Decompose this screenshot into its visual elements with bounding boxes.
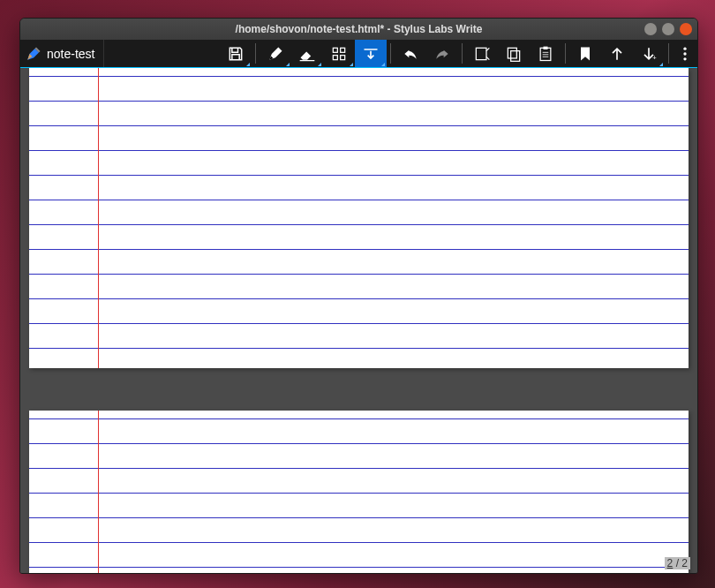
menu-icon <box>676 45 694 63</box>
toolbar: note-test <box>20 40 697 68</box>
eraser-icon <box>298 45 316 63</box>
insert-space-tool-button[interactable] <box>355 40 387 67</box>
prev-page-button[interactable] <box>601 40 633 67</box>
svg-point-14 <box>683 47 686 49</box>
svg-rect-0 <box>333 48 337 52</box>
ruled-lines <box>29 411 689 573</box>
select-icon <box>330 45 348 63</box>
bookmark-button[interactable] <box>569 40 601 67</box>
window-controls <box>644 23 692 35</box>
next-page-button[interactable]: + <box>633 40 665 67</box>
titlebar[interactable]: /home/shovon/note-test.html* - Stylus La… <box>20 19 697 40</box>
arrow-down-icon: + <box>640 45 658 63</box>
tab-label: note-test <box>47 47 94 61</box>
svg-point-16 <box>683 57 686 60</box>
svg-rect-3 <box>341 55 345 59</box>
copy-icon <box>505 45 523 63</box>
margin-line <box>98 411 99 573</box>
window-title: /home/shovon/note-test.html* - Stylus La… <box>20 23 697 35</box>
chevron-down-icon <box>286 63 290 66</box>
redo-icon <box>433 45 451 63</box>
page-1[interactable] <box>29 68 689 368</box>
page-2[interactable] <box>29 411 689 573</box>
svg-rect-7 <box>511 50 520 61</box>
svg-rect-6 <box>508 48 516 58</box>
canvas-area[interactable]: 2 / 2 <box>20 68 697 573</box>
undo-button[interactable] <box>395 40 426 67</box>
app-window: /home/shovon/note-test.html* - Stylus La… <box>19 18 698 574</box>
page-counter[interactable]: 2 / 2 <box>665 557 690 569</box>
chevron-down-icon <box>381 63 385 66</box>
bookmark-icon <box>576 45 594 63</box>
svg-rect-2 <box>333 55 337 59</box>
pen-tool-button[interactable] <box>260 40 291 67</box>
svg-rect-5 <box>476 48 486 59</box>
current-page: 2 <box>667 557 674 569</box>
separator <box>462 43 463 64</box>
save-button[interactable] <box>220 40 252 67</box>
arrow-up-icon <box>608 45 626 63</box>
save-icon <box>227 45 245 63</box>
minimize-button[interactable] <box>644 23 657 35</box>
paste-button[interactable] <box>530 40 561 67</box>
separator <box>668 43 669 64</box>
cut-icon <box>473 45 491 63</box>
tool-group: + <box>220 40 697 67</box>
separator <box>255 43 256 64</box>
pen-icon <box>267 45 284 63</box>
paste-icon <box>537 45 554 63</box>
eraser-tool-button[interactable] <box>291 40 323 67</box>
separator <box>565 43 566 64</box>
total-pages: 2 <box>681 557 688 569</box>
close-button[interactable] <box>680 23 692 35</box>
undo-icon <box>402 45 419 63</box>
select-tool-button[interactable] <box>323 40 355 67</box>
separator <box>390 43 391 64</box>
menu-button[interactable] <box>673 40 697 67</box>
redo-button[interactable] <box>426 40 458 67</box>
pencil-icon <box>26 46 41 62</box>
toolbar-spacer <box>104 40 220 67</box>
ruled-lines <box>29 68 689 368</box>
svg-text:+: + <box>652 53 657 61</box>
maximize-button[interactable] <box>662 23 674 35</box>
svg-rect-1 <box>341 48 345 52</box>
chevron-down-icon <box>318 63 321 66</box>
document-tab[interactable]: note-test <box>20 40 104 67</box>
svg-rect-9 <box>544 46 548 49</box>
clipboard-button[interactable] <box>466 40 498 67</box>
chevron-down-icon <box>246 63 250 66</box>
svg-point-15 <box>683 52 686 55</box>
copy-button[interactable] <box>498 40 530 67</box>
svg-rect-8 <box>540 48 551 60</box>
chevron-down-icon <box>659 63 663 66</box>
chevron-down-icon <box>350 63 353 66</box>
insert-space-icon <box>362 45 380 63</box>
margin-line <box>98 68 99 368</box>
